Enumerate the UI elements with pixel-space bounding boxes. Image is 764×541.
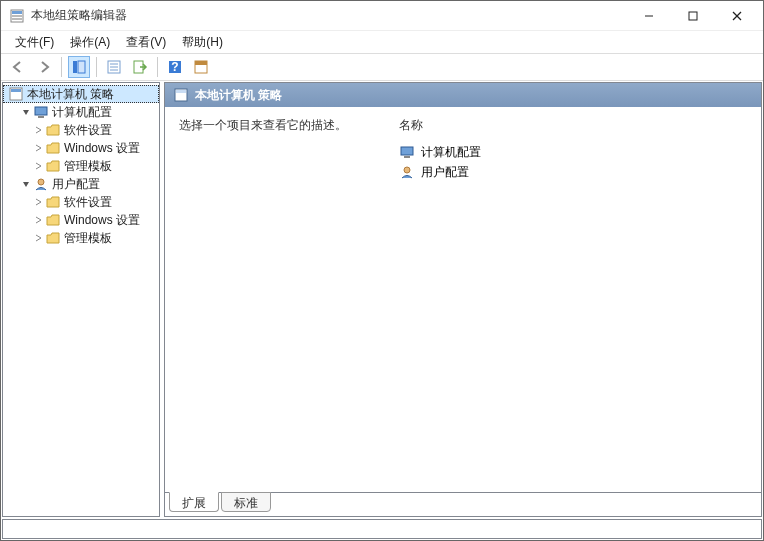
svg-rect-26 — [401, 147, 413, 155]
chevron-right-icon[interactable] — [31, 231, 45, 245]
nav-forward-button[interactable] — [33, 56, 55, 78]
folder-icon — [45, 158, 61, 174]
tree-computer-admin[interactable]: 管理模板 — [3, 157, 159, 175]
tree-label: 用户配置 — [52, 176, 100, 193]
tree-label: 软件设置 — [64, 122, 112, 139]
list-item-label: 计算机配置 — [421, 144, 481, 161]
main-pane: 本地计算机 策略 选择一个项目来查看它的描述。 名称 计算机配置 用户配置 — [164, 82, 762, 517]
svg-point-23 — [38, 179, 44, 185]
list-item-computer-config[interactable]: 计算机配置 — [399, 142, 747, 162]
folder-icon — [45, 122, 61, 138]
app-icon — [9, 8, 25, 24]
status-bar — [2, 519, 762, 539]
tree-root-label: 本地计算机 策略 — [27, 86, 114, 103]
show-tree-button[interactable] — [68, 56, 90, 78]
tree-computer-config[interactable]: 计算机配置 — [3, 103, 159, 121]
menu-action[interactable]: 操作(A) — [62, 32, 118, 53]
svg-point-28 — [404, 167, 410, 173]
column-header-name[interactable]: 名称 — [399, 117, 747, 134]
tree-label: 计算机配置 — [52, 104, 112, 121]
computer-icon — [33, 104, 49, 120]
tabs-strip: 扩展 标准 — [164, 493, 762, 517]
tree-user-admin[interactable]: 管理模板 — [3, 229, 159, 247]
maximize-button[interactable] — [671, 1, 715, 31]
tree-label: Windows 设置 — [64, 212, 140, 229]
tree-label: 管理模板 — [64, 158, 112, 175]
nav-back-button[interactable] — [7, 56, 29, 78]
list-item-label: 用户配置 — [421, 164, 469, 181]
chevron-right-icon[interactable] — [31, 141, 45, 155]
policy-tree: 本地计算机 策略 计算机配置 软件设置 Windows 设置 — [3, 83, 159, 249]
help-button[interactable]: ? — [164, 56, 186, 78]
menu-bar: 文件(F) 操作(A) 查看(V) 帮助(H) — [1, 31, 763, 53]
toolbar-separator — [96, 57, 97, 77]
chevron-right-icon[interactable] — [31, 159, 45, 173]
svg-rect-22 — [38, 116, 44, 118]
tree-label: Windows 设置 — [64, 140, 140, 157]
toolbar-separator — [61, 57, 62, 77]
folder-icon — [45, 140, 61, 156]
tree-pane[interactable]: 本地计算机 策略 计算机配置 软件设置 Windows 设置 — [2, 82, 160, 517]
folder-icon — [45, 212, 61, 228]
tree-label: 软件设置 — [64, 194, 112, 211]
filter-button[interactable] — [190, 56, 212, 78]
window: 本地组策略编辑器 文件(F) 操作(A) 查看(V) 帮助(H) ? 本地计算机… — [0, 0, 764, 541]
tab-extended[interactable]: 扩展 — [169, 492, 219, 512]
tree-computer-windows[interactable]: Windows 设置 — [3, 139, 159, 157]
policy-icon — [8, 86, 24, 102]
folder-icon — [45, 230, 61, 246]
svg-rect-9 — [78, 61, 85, 73]
computer-icon — [399, 144, 415, 160]
svg-rect-27 — [404, 156, 410, 158]
detail-header: 本地计算机 策略 — [165, 83, 761, 107]
title-bar: 本地组策略编辑器 — [1, 1, 763, 31]
svg-rect-25 — [176, 90, 186, 93]
detail-header-title: 本地计算机 策略 — [195, 87, 282, 104]
detail-body: 选择一个项目来查看它的描述。 名称 计算机配置 用户配置 — [165, 107, 761, 492]
tree-computer-software[interactable]: 软件设置 — [3, 121, 159, 139]
svg-rect-1 — [12, 11, 22, 14]
chevron-right-icon[interactable] — [31, 195, 45, 209]
description-text: 选择一个项目来查看它的描述。 — [179, 117, 369, 482]
item-list: 名称 计算机配置 用户配置 — [399, 117, 747, 482]
user-icon — [399, 164, 415, 180]
menu-help[interactable]: 帮助(H) — [174, 32, 231, 53]
window-title: 本地组策略编辑器 — [31, 7, 627, 24]
tree-root[interactable]: 本地计算机 策略 — [3, 85, 159, 103]
chevron-right-icon[interactable] — [31, 123, 45, 137]
toolbar-separator — [157, 57, 158, 77]
tree-user-software[interactable]: 软件设置 — [3, 193, 159, 211]
menu-file[interactable]: 文件(F) — [7, 32, 62, 53]
menu-view[interactable]: 查看(V) — [118, 32, 174, 53]
chevron-down-icon[interactable] — [19, 177, 33, 191]
export-button[interactable] — [129, 56, 151, 78]
tree-label: 管理模板 — [64, 230, 112, 247]
list-item-user-config[interactable]: 用户配置 — [399, 162, 747, 182]
svg-rect-3 — [12, 18, 22, 20]
svg-rect-21 — [35, 107, 47, 115]
user-icon — [33, 176, 49, 192]
properties-button[interactable] — [103, 56, 125, 78]
svg-rect-2 — [12, 15, 22, 17]
detail-panel: 本地计算机 策略 选择一个项目来查看它的描述。 名称 计算机配置 用户配置 — [164, 82, 762, 493]
folder-icon — [45, 194, 61, 210]
svg-rect-20 — [11, 89, 21, 92]
svg-rect-5 — [689, 12, 697, 20]
toolbar: ? — [1, 53, 763, 81]
svg-text:?: ? — [171, 60, 178, 74]
policy-icon — [173, 87, 189, 103]
close-button[interactable] — [715, 1, 759, 31]
minimize-button[interactable] — [627, 1, 671, 31]
svg-rect-8 — [73, 61, 77, 73]
content-area: 本地计算机 策略 计算机配置 软件设置 Windows 设置 — [1, 81, 763, 518]
chevron-right-icon[interactable] — [31, 213, 45, 227]
tree-user-windows[interactable]: Windows 设置 — [3, 211, 159, 229]
chevron-down-icon[interactable] — [19, 105, 33, 119]
tree-user-config[interactable]: 用户配置 — [3, 175, 159, 193]
tab-standard[interactable]: 标准 — [221, 492, 271, 512]
svg-rect-18 — [195, 61, 207, 65]
